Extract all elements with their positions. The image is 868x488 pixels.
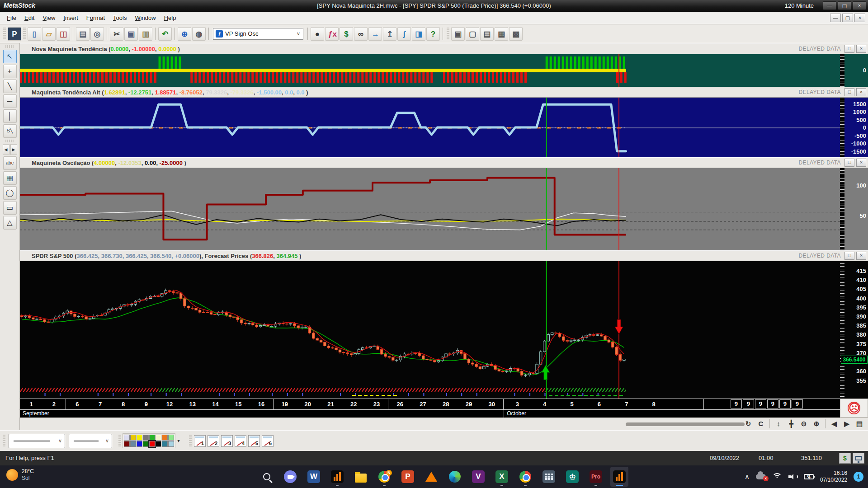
menu-window[interactable]: Window xyxy=(131,13,160,23)
text-tool[interactable]: abc xyxy=(3,156,17,170)
chart-preset-button-6[interactable]: 6 xyxy=(262,435,274,447)
zoom-out-button[interactable]: ⊖ xyxy=(798,419,810,429)
panel-header-oscillation[interactable]: Maquineta Oscilação (4.00000, -12.0353, … xyxy=(20,157,868,168)
candlestick-chart[interactable] xyxy=(20,261,840,399)
panel-maximize-button[interactable]: □ xyxy=(844,45,854,53)
mdi-restore-button[interactable]: ▢ xyxy=(842,14,853,22)
color-swatch[interactable] xyxy=(162,441,168,447)
explorer-binoculars-button[interactable]: ∞ xyxy=(354,27,368,41)
panel-header-price[interactable]: SPDR S&P 500 (366.425, 366.730, 366.425,… xyxy=(20,250,868,261)
print-button[interactable]: ▤ xyxy=(76,27,90,41)
triangle-tool[interactable]: △ xyxy=(3,216,17,230)
semilog-trend-tool[interactable]: S╲ xyxy=(3,124,17,138)
datalink-status-button[interactable] xyxy=(853,453,864,464)
tile-grid-button[interactable]: ▦ xyxy=(495,27,508,41)
scroll-right-tool[interactable]: ▶ xyxy=(10,144,17,155)
mdi-minimize-button[interactable]: — xyxy=(830,14,841,22)
panel-maximize-button[interactable]: □ xyxy=(844,159,854,167)
trend-signal-chart[interactable] xyxy=(20,54,840,87)
undo-button[interactable]: ↶ xyxy=(158,27,172,41)
panel-close-button[interactable]: × xyxy=(856,45,866,53)
globe-button[interactable]: ● xyxy=(311,27,324,41)
color-swatch[interactable] xyxy=(124,435,130,441)
chart-preset-button-2[interactable]: 2 xyxy=(208,435,219,447)
panel-maximize-button[interactable]: □ xyxy=(844,88,854,96)
menu-file[interactable]: File xyxy=(3,13,20,23)
ellipse-tool[interactable]: ◯ xyxy=(3,186,17,200)
collapse-button[interactable]: C xyxy=(755,419,767,429)
mdi-close-button[interactable]: × xyxy=(854,14,865,22)
horizontal-line-tool[interactable]: ─ xyxy=(3,94,17,108)
color-swatch[interactable] xyxy=(130,435,136,441)
menu-format[interactable]: Format xyxy=(82,13,109,23)
battery-icon[interactable]: ↯ xyxy=(804,474,814,479)
restore-button[interactable]: ▢ xyxy=(838,1,851,10)
vertical-zoom-button[interactable]: ↕ xyxy=(773,419,784,429)
palette-chevron-icon[interactable]: ▾ xyxy=(175,434,182,448)
visual-studio-icon[interactable]: V xyxy=(469,467,487,487)
cascade-windows-button[interactable]: ▣ xyxy=(451,27,465,41)
new-chart-button[interactable]: ▯ xyxy=(28,27,41,41)
context-help-button[interactable]: ? xyxy=(426,27,440,41)
copy-button[interactable]: ▣ xyxy=(124,27,138,41)
panel-close-button[interactable]: × xyxy=(856,252,866,260)
chart-preset-button-1[interactable]: 1 xyxy=(194,435,206,447)
menu-view[interactable]: View xyxy=(38,13,59,23)
panel-maximize-button[interactable]: □ xyxy=(844,252,854,260)
edge-icon[interactable] xyxy=(446,467,464,487)
chart-preset-button-4[interactable]: 4 xyxy=(235,435,246,447)
excel-icon[interactable]: X xyxy=(493,467,511,487)
paste-button[interactable]: ▥ xyxy=(139,27,152,41)
menu-help[interactable]: Help xyxy=(160,13,180,23)
powerpoint-icon[interactable]: P xyxy=(399,467,417,487)
chrome-icon[interactable]: N xyxy=(375,467,393,487)
color-swatch[interactable] xyxy=(124,441,130,447)
vlc-icon[interactable] xyxy=(422,467,440,487)
line-weight-dropdown[interactable]: ∨ xyxy=(69,434,112,448)
color-swatch[interactable] xyxy=(168,441,174,447)
color-swatch[interactable] xyxy=(168,435,174,441)
report-button[interactable]: ◨ xyxy=(412,27,425,41)
file-explorer-icon[interactable] xyxy=(352,467,370,487)
refresh-button[interactable]: ↻ xyxy=(742,419,754,429)
color-swatch[interactable] xyxy=(149,435,155,441)
menu-insert[interactable]: Insert xyxy=(59,13,82,23)
onedrive-error-icon[interactable]: × xyxy=(756,474,766,479)
panel-close-button[interactable]: × xyxy=(856,159,866,167)
trendline-tool[interactable]: ╲ xyxy=(3,80,17,93)
chart-preset-button-5[interactable]: 5 xyxy=(248,435,260,447)
horizontal-scrollbar-thumb[interactable] xyxy=(626,422,745,426)
zoom-button[interactable]: ◍ xyxy=(192,27,206,41)
scroll-right-button[interactable]: ▶ xyxy=(841,419,853,429)
panel-close-button[interactable]: × xyxy=(856,88,866,96)
metastock-doc-icon[interactable] xyxy=(328,467,346,487)
oscillation-chart[interactable] xyxy=(20,168,840,250)
grid-tool[interactable]: ▦ xyxy=(3,171,17,185)
scroll-left-button[interactable]: ◀ xyxy=(828,419,840,429)
vertical-line-tool[interactable]: │ xyxy=(3,109,17,123)
print-preview-button[interactable]: ◎ xyxy=(90,27,104,41)
color-swatch[interactable] xyxy=(149,441,155,447)
explore-arrow-button[interactable]: → xyxy=(368,27,382,41)
color-swatch[interactable] xyxy=(162,435,168,441)
wifi-icon[interactable] xyxy=(772,473,782,480)
color-swatch[interactable] xyxy=(156,435,161,441)
word-icon[interactable]: W xyxy=(305,467,323,487)
tile-vertical-button[interactable]: ▢ xyxy=(466,27,479,41)
menu-tools[interactable]: Tools xyxy=(109,13,131,23)
layout-settings-button[interactable]: ▩ xyxy=(509,27,523,41)
metastock-active-icon[interactable] xyxy=(610,467,628,487)
indicator-builder-button[interactable]: ƒx xyxy=(325,27,339,41)
pro-app-icon[interactable]: Pro xyxy=(587,467,605,487)
pointer-tool[interactable]: ↖ xyxy=(3,50,17,63)
line-style-dropdown[interactable]: ∨ xyxy=(9,434,65,448)
color-swatch[interactable] xyxy=(143,441,149,447)
volume-icon[interactable] xyxy=(788,473,797,480)
calculator-icon[interactable] xyxy=(540,467,558,487)
upload-button[interactable]: ↥ xyxy=(383,27,396,41)
system-tester-button[interactable]: $ xyxy=(340,27,353,41)
search-icon[interactable] xyxy=(258,467,276,487)
scroll-left-tool[interactable]: ◀ xyxy=(3,144,9,155)
browser-icon[interactable] xyxy=(516,467,534,487)
menu-edit[interactable]: Edit xyxy=(20,13,38,23)
